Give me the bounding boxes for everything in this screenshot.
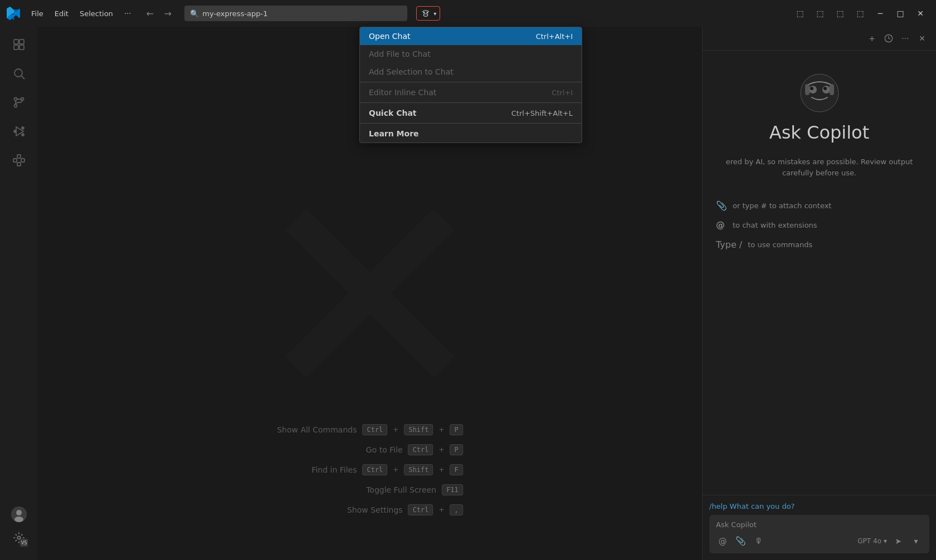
maximize-button[interactable]: □ bbox=[891, 4, 909, 22]
svg-point-9 bbox=[14, 98, 17, 101]
activity-explorer[interactable] bbox=[6, 31, 32, 58]
kbd-ctrl-3: Ctrl bbox=[362, 464, 387, 475]
kbd-p-2: P bbox=[450, 444, 463, 455]
kbd-comma: , bbox=[450, 504, 463, 515]
svg-point-0 bbox=[423, 12, 425, 13]
profile-avatar[interactable] bbox=[11, 507, 27, 522]
copilot-dropdown-menu: Open Chat Ctrl+Alt+I Add File to Chat Ad… bbox=[359, 27, 582, 143]
activity-source-control[interactable] bbox=[6, 89, 32, 116]
activity-extensions[interactable] bbox=[6, 147, 32, 174]
chat-send-button[interactable]: ➤ bbox=[891, 534, 905, 548]
menu-label-add-file: Add File to Chat bbox=[369, 50, 431, 58]
panel-actions: + ··· ✕ bbox=[865, 31, 929, 46]
menu-edit[interactable]: Edit bbox=[50, 7, 73, 20]
svg-point-2 bbox=[424, 14, 428, 17]
settings-button[interactable]: VS bbox=[6, 524, 32, 551]
sep2: + bbox=[439, 426, 445, 434]
menu-item-add-file: Add File to Chat bbox=[360, 45, 582, 63]
model-chevron-icon: ▾ bbox=[884, 537, 887, 545]
svg-line-8 bbox=[22, 76, 25, 80]
menu-item-open-chat[interactable]: Open Chat Ctrl+Alt+I bbox=[360, 27, 582, 45]
toggle-sidebar-button[interactable]: ⬚ bbox=[791, 4, 809, 22]
customize-layout-button[interactable]: ⬚ bbox=[851, 4, 869, 22]
kbd-shift-2: Shift bbox=[404, 464, 433, 475]
profile-badge: VS bbox=[20, 539, 28, 547]
close-button[interactable]: ✕ bbox=[911, 4, 929, 22]
hint-attach-text: or type # to attach context bbox=[733, 202, 831, 210]
menu-keybinding-editor-inline: Ctrl+I bbox=[552, 89, 573, 97]
svg-rect-4 bbox=[20, 40, 24, 44]
svg-point-11 bbox=[14, 105, 17, 107]
svg-point-26 bbox=[14, 517, 23, 522]
activity-search[interactable] bbox=[6, 60, 32, 87]
svg-rect-35 bbox=[805, 84, 810, 95]
hint-commands: Type / to use commands bbox=[716, 239, 923, 250]
chat-mic-button[interactable]: 🎙 bbox=[752, 534, 765, 548]
chat-input-placeholder[interactable]: Ask Copilot bbox=[716, 520, 923, 529]
toggle-panel-button[interactable]: ⬚ bbox=[811, 4, 829, 22]
shortcut-find-files: Find in Files Ctrl + Shift + F bbox=[311, 464, 462, 475]
menu-separator-1 bbox=[360, 82, 582, 82]
app-logo bbox=[7, 7, 20, 20]
svg-rect-5 bbox=[14, 45, 18, 50]
shortcut-label-2: Go to File bbox=[366, 445, 403, 454]
search-text: my-express-app-1 bbox=[202, 9, 267, 18]
menu-file[interactable]: File bbox=[27, 7, 48, 20]
chat-attach-button[interactable]: 📎 bbox=[734, 534, 747, 548]
sep4: + bbox=[393, 466, 398, 474]
copilot-button[interactable]: ▾ bbox=[416, 6, 440, 21]
shortcut-label-5: Show Settings bbox=[347, 505, 403, 514]
minimize-button[interactable]: ─ bbox=[871, 4, 889, 22]
kbd-p: P bbox=[450, 424, 463, 435]
copilot-logo bbox=[800, 73, 840, 113]
menu-label-learn-more: Learn More bbox=[369, 129, 419, 138]
menu-item-quick-chat[interactable]: Quick Chat Ctrl+Shift+Alt+L bbox=[360, 104, 582, 122]
svg-point-1 bbox=[427, 12, 428, 13]
back-button[interactable]: ← bbox=[142, 6, 158, 21]
svg-point-7 bbox=[14, 69, 22, 77]
svg-rect-3 bbox=[14, 40, 18, 44]
svg-rect-6 bbox=[20, 45, 24, 50]
chat-history-button[interactable] bbox=[881, 31, 896, 46]
svg-point-25 bbox=[16, 510, 22, 515]
keyboard-shortcuts: Show All Commands Ctrl + Shift + P Go to… bbox=[277, 424, 463, 515]
menu-selection[interactable]: Selection bbox=[75, 7, 118, 20]
shortcut-label: Show All Commands bbox=[277, 425, 357, 434]
panel-close-button[interactable]: ✕ bbox=[915, 31, 929, 46]
copilot-panel: + ··· ✕ bbox=[702, 27, 936, 560]
svg-rect-16 bbox=[13, 159, 17, 162]
at-icon: @ bbox=[716, 220, 727, 230]
toggle-secondary-button[interactable]: ⬚ bbox=[831, 4, 849, 22]
chat-send-chevron[interactable]: ▾ bbox=[909, 534, 923, 548]
forward-button[interactable]: → bbox=[160, 6, 176, 21]
search-icon: 🔍 bbox=[190, 9, 199, 18]
menu-keybinding-quick-chat: Ctrl+Shift+Alt+L bbox=[511, 109, 573, 117]
chat-input-actions: @ 📎 🎙 GPT 4o ▾ ➤ ▾ bbox=[716, 534, 923, 548]
copilot-icon bbox=[420, 8, 431, 19]
sep3: + bbox=[439, 446, 445, 454]
activity-run-debug[interactable] bbox=[6, 118, 32, 145]
shortcut-full-screen: Toggle Full Screen F11 bbox=[366, 484, 463, 495]
svg-rect-17 bbox=[17, 155, 21, 158]
new-chat-button[interactable]: + bbox=[865, 31, 879, 46]
svg-point-14 bbox=[22, 134, 24, 136]
shortcut-all-commands: Show All Commands Ctrl + Shift + P bbox=[277, 424, 463, 435]
copilot-footer: /help What can you do? Ask Copilot @ 📎 🎙… bbox=[703, 495, 936, 560]
shortcut-label-3: Find in Files bbox=[311, 465, 357, 474]
copilot-hints: 📎 or type # to attach context @ to chat … bbox=[716, 200, 923, 250]
menu-item-learn-more[interactable]: Learn More bbox=[360, 125, 582, 143]
menu-label-editor-inline: Editor Inline Chat bbox=[369, 88, 436, 97]
hint-extensions: @ to chat with extensions bbox=[716, 220, 923, 230]
menu-more[interactable]: ··· bbox=[120, 7, 135, 20]
menu-separator-3 bbox=[360, 123, 582, 124]
sep5: + bbox=[439, 466, 445, 474]
svg-rect-36 bbox=[830, 84, 834, 95]
model-selector[interactable]: GPT 4o ▾ bbox=[857, 537, 887, 545]
panel-more-button[interactable]: ··· bbox=[898, 31, 913, 46]
menu-bar: File Edit Selection ··· bbox=[27, 7, 135, 20]
svg-marker-28 bbox=[285, 209, 455, 378]
chat-at-button[interactable]: @ bbox=[716, 534, 729, 548]
search-bar[interactable]: 🔍 my-express-app-1 bbox=[184, 6, 407, 21]
window-controls: ⬚ ⬚ ⬚ ⬚ ─ □ ✕ bbox=[791, 4, 929, 22]
panel-header: + ··· ✕ bbox=[703, 27, 936, 51]
